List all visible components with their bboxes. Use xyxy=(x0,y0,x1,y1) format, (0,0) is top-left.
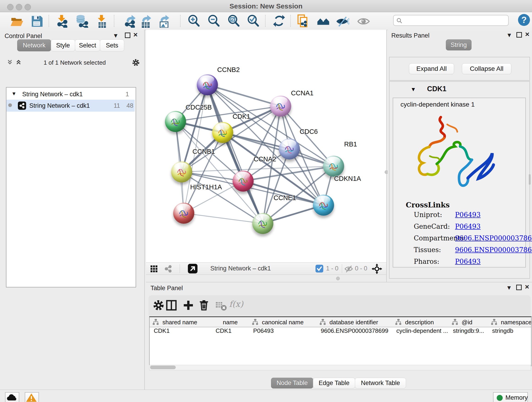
network-canvas[interactable]: CCNB2CCNA1CDC25BCDK1CDC6RB1CCNB1CCNA2CDK… xyxy=(146,30,386,262)
table-horizontal-scrollbar[interactable] xyxy=(149,365,531,370)
memory-button[interactable]: Memory xyxy=(493,392,528,402)
control-splitter[interactable] xyxy=(144,30,145,390)
node-CCNE1[interactable] xyxy=(252,213,273,234)
zoom-in-icon[interactable] xyxy=(187,14,201,28)
edge-CCNB2-CCNE1[interactable] xyxy=(207,85,263,223)
table-cell[interactable]: 9606.ENSP00000378699 xyxy=(317,327,392,337)
node-CCNB2[interactable] xyxy=(197,74,218,95)
node-CCNB1[interactable] xyxy=(171,161,192,182)
table-panel-close-icon[interactable]: × xyxy=(525,284,529,290)
tab-edge-table[interactable]: Edge Table xyxy=(313,378,355,389)
refresh-icon[interactable] xyxy=(272,14,286,28)
column-header-sharedname[interactable]: shared name xyxy=(150,317,212,327)
crosslink-value[interactable]: 9606.ENSP00000378699 xyxy=(455,234,532,242)
warning-button[interactable] xyxy=(25,392,39,402)
results-panel-float-icon[interactable] xyxy=(516,32,522,38)
expand-all-icon[interactable] xyxy=(15,59,22,65)
open-session-icon[interactable] xyxy=(9,14,23,28)
column-header-databaseidentifier[interactable]: database identifier xyxy=(317,317,393,327)
select-columns-icon[interactable] xyxy=(165,299,178,312)
network-collection-row[interactable]: ▼ String Network – cdk1 1 xyxy=(6,89,135,100)
search-input[interactable] xyxy=(405,16,505,25)
column-header-canonicalname[interactable]: canonical name xyxy=(249,317,317,327)
table-gear-icon[interactable] xyxy=(152,299,165,312)
help-icon[interactable]: ? xyxy=(518,14,530,26)
crosslink-value[interactable]: P06493 xyxy=(455,258,481,265)
edge-CCNE1-HIST1H1A[interactable] xyxy=(184,213,263,223)
search-field[interactable] xyxy=(393,15,509,26)
home-icon[interactable] xyxy=(317,14,330,28)
table-scrollbar-thumb[interactable] xyxy=(150,366,176,369)
crosslink-value[interactable]: P06493 xyxy=(455,223,481,230)
zoom-out-icon[interactable] xyxy=(207,14,221,28)
node-CDC25B[interactable] xyxy=(165,111,186,132)
delete-table-icon[interactable] xyxy=(215,299,227,312)
node-table[interactable]: shared nameCDK1nameCDK1canonical nameP06… xyxy=(149,316,532,366)
tab-node-table[interactable]: Node Table xyxy=(271,378,313,389)
collapse-arrow-icon[interactable]: ▼ xyxy=(12,91,17,97)
control-panel-float-icon[interactable] xyxy=(125,32,130,38)
table-cell[interactable]: CDK1 xyxy=(211,327,249,337)
table-panel-menu-icon[interactable]: ▼ xyxy=(506,285,512,291)
cloud-button[interactable] xyxy=(5,392,19,402)
tab-string[interactable]: String xyxy=(446,39,472,51)
bottom-splitter-handle[interactable] xyxy=(336,277,340,280)
zoom-selected-icon[interactable] xyxy=(246,14,260,28)
open-in-window-icon[interactable] xyxy=(188,264,197,274)
save-session-icon[interactable] xyxy=(30,14,44,28)
expand-all-button[interactable]: Expand All xyxy=(409,63,454,74)
results-panel-menu-icon[interactable]: ▼ xyxy=(506,32,512,38)
node-CDKN1A[interactable] xyxy=(313,195,334,216)
export-image-icon[interactable] xyxy=(157,14,171,28)
zoom-fit-icon[interactable] xyxy=(227,14,241,28)
control-panel-menu-icon[interactable]: ▼ xyxy=(113,32,119,38)
network-view-icon[interactable] xyxy=(164,264,172,273)
gear-icon[interactable] xyxy=(132,58,140,67)
table-cell[interactable]: CDK1 xyxy=(150,327,211,337)
table-cell[interactable]: stringdb:9... xyxy=(449,327,488,337)
collapse-all-icon[interactable] xyxy=(6,59,13,65)
copy-network-icon[interactable] xyxy=(296,14,309,28)
hide-selected-icon[interactable] xyxy=(336,14,349,28)
results-panel-close-icon[interactable]: × xyxy=(525,31,530,37)
table-panel-float-icon[interactable] xyxy=(516,285,522,290)
crosslink-value[interactable]: P06493 xyxy=(455,211,481,219)
table-cell[interactable]: cyclin-dependent ... xyxy=(392,327,449,337)
node-CDC6[interactable] xyxy=(279,138,300,160)
results-scrollbar-thumb[interactable] xyxy=(529,174,531,185)
control-panel-close-icon[interactable]: × xyxy=(133,32,138,38)
grid-view-icon[interactable] xyxy=(150,264,158,273)
column-header-namespace[interactable]: namespace xyxy=(488,317,531,327)
import-table-icon[interactable] xyxy=(95,14,109,28)
birds-eye-icon[interactable] xyxy=(372,264,382,274)
tab-sets[interactable]: Sets xyxy=(100,39,124,51)
import-network-database-icon[interactable] xyxy=(75,14,89,28)
edge-CDK1-RB1[interactable] xyxy=(223,133,334,166)
node-HIST1H1A[interactable] xyxy=(173,203,194,224)
table-cell[interactable]: P06493 xyxy=(249,327,317,337)
node-CDK1[interactable] xyxy=(212,122,233,143)
node-RB1[interactable] xyxy=(323,156,344,177)
tab-network-table[interactable]: Network Table xyxy=(355,378,406,389)
column-header-id[interactable]: @id xyxy=(449,317,488,327)
table-cell[interactable]: stringdb xyxy=(488,327,531,337)
import-network-icon[interactable] xyxy=(55,14,69,28)
node-CCNA1[interactable] xyxy=(270,96,291,117)
column-header-name[interactable]: name xyxy=(211,317,249,327)
column-header-description[interactable]: description xyxy=(392,317,449,327)
crosslink-value[interactable]: 9606.ENSP00000378699 xyxy=(455,246,532,254)
tab-style[interactable]: Style xyxy=(51,39,75,51)
results-splitter[interactable] xyxy=(386,30,387,282)
add-column-icon[interactable] xyxy=(182,299,195,312)
export-table-icon[interactable] xyxy=(139,14,152,28)
selected-checkbox-icon[interactable] xyxy=(316,265,323,273)
collapse-all-button[interactable]: Collapse All xyxy=(462,63,511,74)
show-hidden-icon[interactable] xyxy=(357,14,371,28)
node-CCNA2[interactable] xyxy=(233,171,254,191)
delete-column-icon[interactable] xyxy=(197,299,210,312)
tab-network[interactable]: Network xyxy=(17,39,51,51)
network-row[interactable]: String Network – cdk1 11 48 xyxy=(6,100,135,112)
tab-select[interactable]: Select xyxy=(75,39,100,51)
export-network-icon[interactable] xyxy=(123,14,137,28)
collapse-protein-icon[interactable]: ▼ xyxy=(411,86,416,93)
